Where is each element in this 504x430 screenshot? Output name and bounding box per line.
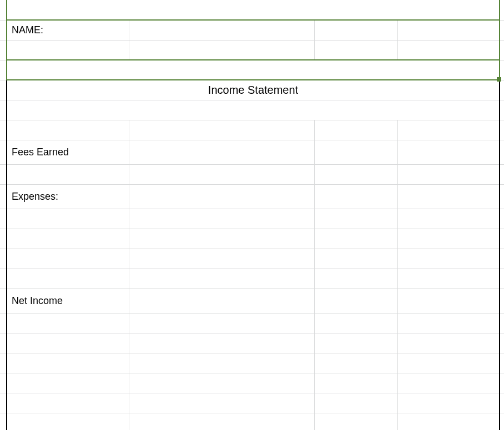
cell[interactable]	[129, 120, 314, 140]
cell[interactable]	[397, 120, 500, 140]
cell[interactable]	[7, 164, 129, 184]
cell[interactable]	[314, 209, 397, 229]
cell[interactable]	[314, 353, 397, 373]
cell[interactable]	[129, 20, 314, 40]
spreadsheet-view: NAME: Income Statement	[0, 0, 504, 430]
active-cell[interactable]	[7, 60, 500, 80]
income-statement-title-cell[interactable]: Income Statement	[7, 80, 500, 100]
cell[interactable]	[129, 184, 314, 209]
cell[interactable]	[129, 40, 314, 60]
cell[interactable]	[397, 333, 500, 353]
cell[interactable]	[314, 373, 397, 393]
name-label: NAME:	[12, 24, 43, 36]
cell[interactable]	[7, 353, 129, 373]
cell[interactable]	[7, 120, 129, 140]
net-income-label: Net Income	[12, 295, 63, 306]
cell[interactable]	[129, 353, 314, 373]
cell[interactable]	[314, 229, 397, 249]
cell[interactable]	[397, 229, 500, 249]
cell[interactable]	[314, 40, 397, 60]
cell[interactable]	[397, 164, 500, 184]
name-label-cell[interactable]: NAME:	[7, 20, 129, 40]
fees-earned-cell[interactable]: Fees Earned	[7, 140, 129, 164]
cell[interactable]	[314, 413, 397, 430]
cell[interactable]	[129, 209, 314, 229]
cell[interactable]	[7, 209, 129, 229]
cell[interactable]	[7, 249, 129, 269]
cell[interactable]	[397, 353, 500, 373]
cell[interactable]	[129, 269, 314, 289]
cell[interactable]	[129, 229, 314, 249]
cell[interactable]	[129, 413, 314, 430]
cell[interactable]	[314, 269, 397, 289]
cell[interactable]	[7, 40, 129, 60]
cell[interactable]	[129, 373, 314, 393]
fill-handle[interactable]	[497, 77, 501, 82]
cell[interactable]	[314, 184, 397, 209]
cell[interactable]	[397, 140, 500, 164]
cell[interactable]	[7, 100, 500, 120]
cell[interactable]	[129, 164, 314, 184]
cell[interactable]	[314, 333, 397, 353]
cell[interactable]	[397, 40, 500, 60]
cell[interactable]	[397, 313, 500, 333]
cell[interactable]	[397, 269, 500, 289]
expenses-cell[interactable]: Expenses:	[7, 184, 129, 209]
cell[interactable]	[397, 393, 500, 413]
cell[interactable]	[397, 184, 500, 209]
cell[interactable]	[129, 289, 314, 313]
cell[interactable]	[7, 413, 129, 430]
cell[interactable]	[314, 20, 397, 40]
cell[interactable]	[314, 120, 397, 140]
net-income-cell[interactable]: Net Income	[7, 289, 129, 313]
cell[interactable]	[397, 289, 500, 313]
cell[interactable]	[129, 140, 314, 164]
cell[interactable]	[314, 249, 397, 269]
cell[interactable]	[314, 313, 397, 333]
cell[interactable]	[7, 393, 129, 413]
cell[interactable]	[314, 164, 397, 184]
cell[interactable]	[314, 393, 397, 413]
cell[interactable]	[7, 333, 129, 353]
income-statement-title: Income Statement	[208, 84, 298, 96]
cell[interactable]	[397, 413, 500, 430]
cell[interactable]	[397, 249, 500, 269]
cell[interactable]	[7, 229, 129, 249]
fees-earned-label: Fees Earned	[12, 146, 69, 158]
cell[interactable]	[129, 313, 314, 333]
cell[interactable]	[7, 373, 129, 393]
cell[interactable]	[129, 393, 314, 413]
worksheet-grid[interactable]: NAME: Income Statement	[0, 0, 504, 430]
cell[interactable]	[7, 269, 129, 289]
cell[interactable]	[314, 140, 397, 164]
cell[interactable]	[129, 333, 314, 353]
cell[interactable]	[7, 313, 129, 333]
cell[interactable]	[397, 20, 500, 40]
cell[interactable]	[397, 209, 500, 229]
expenses-label: Expenses:	[12, 191, 58, 202]
cell[interactable]	[397, 373, 500, 393]
cell[interactable]	[314, 289, 397, 313]
cell[interactable]	[129, 249, 314, 269]
